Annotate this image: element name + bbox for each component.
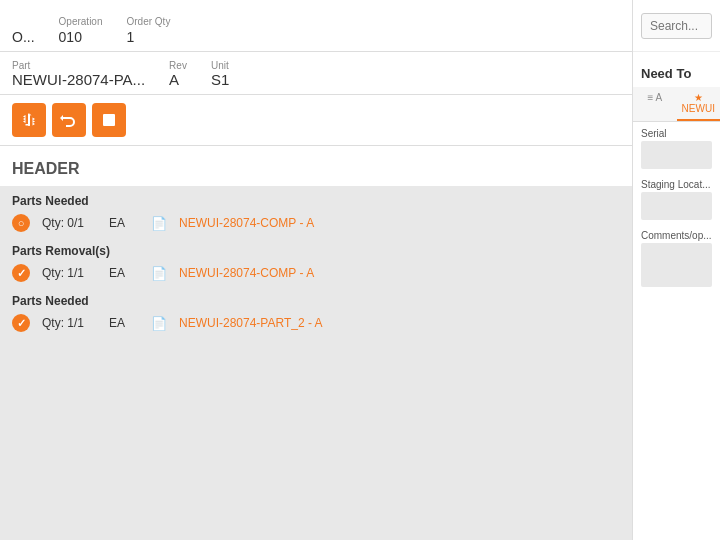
doc-icon-2: 📄 (151, 266, 167, 281)
right-panel-tabs: ≡ A ★ NEWUI (633, 87, 720, 122)
breadcrumb-value: O... (12, 29, 35, 45)
order-qty-label: Order Qty (126, 16, 170, 27)
part-label: Part (12, 60, 145, 71)
rev-value: A (169, 71, 187, 88)
stop-button[interactable] (92, 103, 126, 137)
unit-field: Unit S1 (211, 60, 229, 88)
table-row: ✓ Qty: 1/1 EA 📄 NEWUI-28074-COMP - A (0, 260, 632, 286)
undo-button[interactable] (52, 103, 86, 137)
section-title: HEADER (12, 160, 80, 177)
unit-1: EA (109, 216, 139, 230)
stop-icon (100, 111, 118, 129)
parts-group-label-2: Parts Removal(s) (0, 236, 632, 260)
staging-label: Staging Locat... (641, 179, 712, 190)
qty-2: Qty: 1/1 (42, 266, 97, 280)
qty-1: Qty: 0/1 (42, 216, 97, 230)
part-value: NEWUI-28074-PA... (12, 71, 145, 88)
doc-icon-1: 📄 (151, 216, 167, 231)
order-qty-field: Order Qty 1 (126, 16, 170, 45)
unit-2: EA (109, 266, 139, 280)
rev-field: Rev A (169, 60, 187, 88)
staging-field: Staging Locat... (633, 173, 720, 224)
section-header: HEADER (0, 146, 632, 186)
unit-label: Unit (211, 60, 229, 71)
doc-icon-3: 📄 (151, 316, 167, 331)
part-field: Part NEWUI-28074-PA... (12, 60, 145, 88)
doc-link-1[interactable]: NEWUI-28074-COMP - A (179, 216, 314, 230)
need-to-header: Need To (633, 52, 720, 87)
operation-value: 010 (59, 29, 103, 45)
serial-label: Serial (641, 128, 712, 139)
undo-icon (60, 111, 78, 129)
doc-link-2[interactable]: NEWUI-28074-COMP - A (179, 266, 314, 280)
right-tab-all[interactable]: ≡ A (633, 87, 677, 121)
unit-value: S1 (211, 71, 229, 88)
status-icon-1: ○ (12, 214, 30, 232)
serial-field: Serial (633, 122, 720, 173)
table-row: ✓ Qty: 1/1 EA 📄 NEWUI-28074-PART_2 - A (0, 310, 632, 336)
part-info-bar: Part NEWUI-28074-PA... Rev A Unit S1 (0, 52, 632, 95)
search-input[interactable] (641, 13, 712, 39)
operation-field: Operation 010 (59, 16, 103, 45)
comments-field: Comments/op... (633, 224, 720, 291)
parts-group-label-1: Parts Needed (0, 186, 632, 210)
unit-3: EA (109, 316, 139, 330)
rev-label: Rev (169, 60, 187, 71)
right-panel: Need To ≡ A ★ NEWUI Serial Staging Locat… (632, 0, 720, 540)
comments-label: Comments/op... (641, 230, 712, 241)
operation-label: Operation (59, 16, 103, 27)
status-icon-2: ✓ (12, 264, 30, 282)
staging-input[interactable] (641, 192, 712, 220)
move-icon (20, 111, 38, 129)
serial-input[interactable] (641, 141, 712, 169)
parts-section: Parts Needed ○ Qty: 0/1 EA 📄 NEWUI-28074… (0, 186, 632, 540)
right-tab-newui[interactable]: ★ NEWUI (677, 87, 721, 121)
comments-textarea[interactable] (641, 243, 712, 287)
qty-3: Qty: 1/1 (42, 316, 97, 330)
move-button[interactable] (12, 103, 46, 137)
right-panel-search-area (633, 0, 720, 52)
svg-rect-0 (103, 114, 115, 126)
breadcrumb-field: O... (12, 29, 35, 45)
status-icon-3: ✓ (12, 314, 30, 332)
table-row: ○ Qty: 0/1 EA 📄 NEWUI-28074-COMP - A (0, 210, 632, 236)
order-qty-value: 1 (126, 29, 170, 45)
doc-link-3[interactable]: NEWUI-28074-PART_2 - A (179, 316, 323, 330)
header-bar: O... Operation 010 Order Qty 1 (0, 0, 632, 52)
main-content: O... Operation 010 Order Qty 1 Part NEWU… (0, 0, 632, 540)
toolbar (0, 95, 632, 146)
parts-group-label-3: Parts Needed (0, 286, 632, 310)
